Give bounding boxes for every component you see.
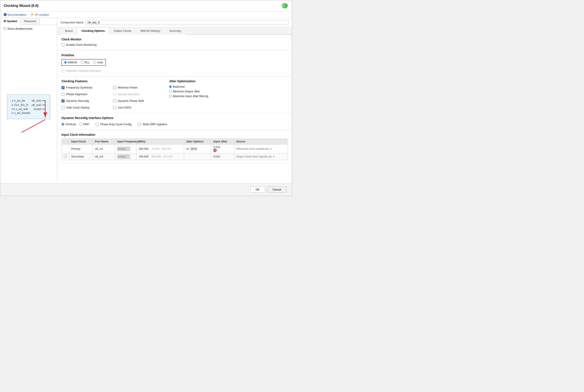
optimize-clocking-checkbox[interactable] xyxy=(62,70,65,72)
dynamic-reconfig-section: Dynamic Reconfig Interface Options AXI4L… xyxy=(57,113,292,130)
show-disabled-ports-row: Show disabled ports xyxy=(0,25,57,32)
dr-axi4lite[interactable]: AXI4Lite xyxy=(62,123,76,126)
radio-auto-label: Auto xyxy=(97,61,103,64)
table-row: Primary clk_in1 300.000 10.000 - 933.000 xyxy=(62,144,287,153)
port-label-clk-out1: clk_out1 xyxy=(32,99,41,102)
tab-output-clocks[interactable]: Output Clocks xyxy=(109,27,136,34)
feature-frequency-synthesis-checkbox[interactable] xyxy=(62,86,65,89)
primary-freq-input-cell xyxy=(115,144,137,153)
th-input-clock: Input Clock xyxy=(69,139,93,144)
primary-freq-value-cell: 300.000 10.000 - 933.000 xyxy=(137,144,184,153)
secondary-freq-value-cell: 100.000 236.686 - 473.373 xyxy=(137,153,184,160)
primary-freq-input[interactable] xyxy=(117,147,130,151)
phase-duty-cycle-label: Phase Duty Cycle Config xyxy=(100,123,132,126)
feature-frequency-synthesis: Frequency Synthesis xyxy=(62,86,109,89)
radio-mmcm-input[interactable] xyxy=(64,61,67,64)
dr-drp-label: DRP xyxy=(83,123,89,126)
port-label-clk-in1-d: CLK_IN1_D xyxy=(14,104,28,106)
svg-line-5 xyxy=(22,120,45,132)
clocking-features-title: Clocking Features xyxy=(62,80,160,83)
port-label-s-axi-lite: s_axi_lite xyxy=(14,99,25,102)
jitter-maximize-input[interactable]: Maximize Input Jitter filtering xyxy=(169,94,229,98)
jitter-minimize-output[interactable]: Minimize Output Jitter xyxy=(169,90,229,93)
input-clock-table: Input Clock Port Name Input Frequency(MH… xyxy=(62,138,287,160)
jitter-maximize-input-radio[interactable] xyxy=(169,95,172,98)
radio-mmcm[interactable]: MMCM xyxy=(64,61,77,64)
tab-resource[interactable]: Resource xyxy=(21,18,40,25)
xilinx-logo-icon: X xyxy=(281,2,288,9)
dynamic-reconfig-title: Dynamic Reconfig Interface Options xyxy=(62,116,287,120)
dr-drp-radio[interactable] xyxy=(79,123,82,126)
radio-pll-input[interactable] xyxy=(81,61,84,64)
write-drp-registers-checkbox[interactable] xyxy=(138,123,141,126)
jitter-minimize-output-radio[interactable] xyxy=(169,90,172,93)
primary-jitter-ui-label: UI xyxy=(186,147,189,150)
sidebar-tabs: IP Symbol Resource xyxy=(0,18,57,25)
enable-clock-monitoring-checkbox[interactable] xyxy=(62,44,65,46)
feature-spread-spectrum: Spread Spectrum xyxy=(113,92,160,96)
primary-jitter-select[interactable]: UI xyxy=(190,147,197,151)
phase-duty-cycle-checkbox[interactable] xyxy=(96,123,99,126)
jitter-minimize-output-label: Minimize Output Jitter xyxy=(173,90,200,93)
secondary-check-cell[interactable] xyxy=(62,153,69,160)
radio-auto[interactable]: Auto xyxy=(94,61,103,64)
component-name-input[interactable] xyxy=(86,20,288,25)
secondary-enable-checkbox[interactable] xyxy=(64,155,67,158)
port-row-s-axi-aclk: s_axi_aclk locked xyxy=(12,108,46,110)
primary-source-dropdown-icon[interactable]: ▼ xyxy=(270,148,272,150)
th-check xyxy=(62,139,69,144)
port-line-locked xyxy=(42,109,46,109)
tab-board[interactable]: Board xyxy=(61,27,77,34)
feature-dynamic-reconfig-checkbox[interactable] xyxy=(62,100,65,102)
plus-icon-s-axi-lite: + xyxy=(12,99,13,102)
feature-use-cddc: Use CDDC xyxy=(113,106,160,109)
primary-close-icon[interactable]: ✕ xyxy=(213,149,217,152)
radio-pll[interactable]: PLL xyxy=(81,61,90,64)
component-name-label: Component Name xyxy=(61,21,83,24)
ok-button[interactable]: OK xyxy=(250,186,265,193)
secondary-source-dropdown-icon[interactable]: ▼ xyxy=(273,156,275,158)
ip-location-label: IP Location xyxy=(35,13,49,16)
jitter-balanced[interactable]: Balanced xyxy=(169,85,229,88)
jitter-balanced-radio[interactable] xyxy=(169,85,172,88)
clock-monitor-section: Clock Monitor Enable Clock Monitoring xyxy=(57,34,292,50)
dr-axi4lite-radio[interactable] xyxy=(62,123,64,126)
feature-spread-spectrum-checkbox[interactable] xyxy=(113,93,116,96)
show-disabled-ports-label: Show disabled ports xyxy=(7,27,33,30)
primary-input-jitter-value: 0.010 xyxy=(213,146,220,149)
tab-clocking-options[interactable]: Clocking Options xyxy=(77,27,109,34)
show-disabled-ports-checkbox[interactable] xyxy=(3,27,6,30)
toolbar: i Documentation 📁 IP Location xyxy=(0,12,292,18)
jitter-opts: Balanced Minimize Output Jitter Maximize… xyxy=(169,85,229,98)
port-line-s-axi-aclk xyxy=(12,109,15,109)
port-label-s-axi-aclk: s_axi_aclk xyxy=(16,108,28,110)
port-line-clk-out2 xyxy=(42,105,46,105)
feature-frequency-synthesis-label: Frequency Synthesis xyxy=(66,86,92,89)
clk-features-wrapper: Clocking Features Frequency Synthesis Mi… xyxy=(62,80,287,110)
primary-port-cell: clk_in1 xyxy=(93,144,115,153)
feature-phase-alignment-checkbox[interactable] xyxy=(62,93,65,96)
port-row-s-axi-lite: + s_axi_lite clk_out1 xyxy=(12,99,46,102)
secondary-freq-value: 100.000 xyxy=(139,155,148,158)
documentation-link[interactable]: i Documentation xyxy=(4,13,26,16)
port-label-clk-out2: clk_out2 xyxy=(32,104,41,106)
plus-icon-clk-in1-d: + xyxy=(12,103,13,107)
feature-use-cddc-checkbox[interactable] xyxy=(113,106,116,109)
secondary-freq-input[interactable] xyxy=(117,154,130,159)
feature-minimize-power-checkbox[interactable] xyxy=(113,86,116,89)
dr-drp[interactable]: DRP xyxy=(79,123,89,126)
tab-ip-symbol[interactable]: IP Symbol xyxy=(0,18,21,25)
clocking-features-section: Clocking Features Frequency Synthesis Mi… xyxy=(57,76,292,113)
primary-check-cell xyxy=(62,144,69,153)
primary-source-cell: Differential clock capable pin ▼ xyxy=(234,144,287,153)
feature-dynamic-phase-shift-checkbox[interactable] xyxy=(113,100,116,102)
tab-summary[interactable]: Summary xyxy=(165,27,186,34)
secondary-freq-input-cell xyxy=(115,153,137,160)
radio-auto-input[interactable] xyxy=(94,61,96,64)
ip-location-link[interactable]: 📁 IP Location xyxy=(31,13,49,16)
feature-safe-clock-startup-checkbox[interactable] xyxy=(62,106,65,109)
optimize-clocking-row: Optimize Clocking Structure xyxy=(62,69,287,72)
tab-mmcm-settings[interactable]: MMCM Settings xyxy=(136,27,165,34)
secondary-input-jitter-value: 0.010 xyxy=(213,155,220,158)
cancel-button[interactable]: Cancel xyxy=(267,186,287,193)
